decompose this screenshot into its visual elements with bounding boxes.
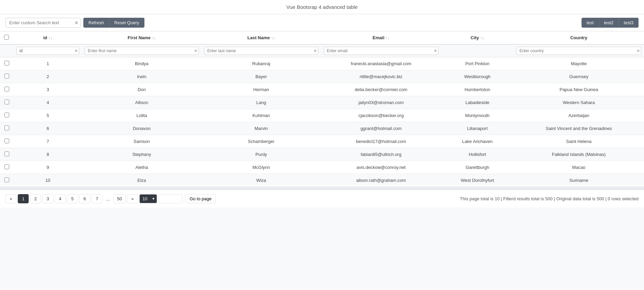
search-input[interactable] — [5, 18, 81, 28]
row-checkbox[interactable] — [4, 139, 9, 143]
row-email: delia.becker@cormier.com — [321, 83, 441, 96]
pagination-page-6[interactable]: 6 — [79, 194, 90, 203]
row-checkbox-cell — [0, 83, 14, 96]
row-first-name: Irwin — [82, 70, 201, 83]
table-row: 2 Irwin Bayer rlittle@macejkovic.biz Wes… — [0, 70, 644, 83]
row-id: 2 — [14, 70, 82, 83]
row-checkbox[interactable] — [4, 100, 9, 104]
row-checkbox[interactable] — [4, 126, 9, 130]
action-button-group: Refresh Reset Query — [83, 18, 144, 28]
row-checkbox-cell — [0, 70, 14, 83]
filter-email-clear[interactable]: ✕ — [434, 48, 437, 53]
row-city: Lake Arichaven — [441, 135, 514, 148]
row-checkbox[interactable] — [4, 74, 9, 78]
pagination-page-1[interactable]: 1 — [18, 194, 29, 203]
row-id: 6 — [14, 122, 82, 135]
table-row: 6 Donavon Marvin ggrant@hotmail.com Lili… — [0, 122, 644, 135]
pagination-page-5[interactable]: 5 — [67, 194, 78, 203]
row-country: Falkland Islands (Malvinas) — [514, 148, 644, 161]
row-checkbox[interactable] — [4, 87, 9, 91]
filter-country-clear[interactable]: ✕ — [636, 48, 640, 53]
data-table: id ↑↓ First Name ↑↓ Last Name ↑↓ — [0, 31, 644, 187]
pagination-page-3[interactable]: 3 — [42, 194, 53, 203]
col-label-city: City — [471, 35, 479, 40]
filter-id-input[interactable] — [16, 47, 79, 55]
col-label-last-name: Last Name — [248, 35, 270, 40]
col-header-first-name[interactable]: First Name ↑↓ — [82, 31, 201, 44]
filter-row: ✕ ✕ ✕ — [0, 44, 644, 57]
row-checkbox-cell — [0, 148, 14, 161]
row-checkbox-cell — [0, 109, 14, 122]
row-city: Port Pinkton — [441, 57, 514, 70]
row-checkbox[interactable] — [4, 61, 9, 66]
filter-last-name-clear[interactable]: ✕ — [313, 48, 317, 53]
row-id: 1 — [14, 57, 82, 70]
row-checkbox-cell — [0, 57, 14, 70]
row-checkbox[interactable] — [4, 151, 9, 156]
col-header-last-name[interactable]: Last Name ↑↓ — [201, 31, 321, 44]
row-first-name: Lolita — [82, 109, 201, 122]
row-checkbox[interactable] — [4, 113, 9, 117]
filter-id-cell: ✕ — [14, 44, 82, 57]
row-country: Mayotte — [514, 57, 644, 70]
filter-last-name-input[interactable] — [204, 47, 318, 55]
go-to-page-button[interactable]: Go to page — [185, 194, 216, 203]
pagination-bar: « 1 2 3 4 5 6 7 ... 50 » 10 25 50 100 ▼ … — [0, 190, 644, 207]
row-checkbox[interactable] — [4, 164, 9, 169]
pagination-prev[interactable]: « — [5, 194, 16, 203]
filter-email-input[interactable] — [324, 47, 438, 55]
table-body: 1 Bindya Rubanraj franecki.anastasia@gma… — [0, 57, 644, 187]
go-to-page-input[interactable] — [158, 194, 182, 203]
status-bar: This page total is 10 | Filterd results … — [460, 196, 639, 201]
row-country: Papua New Guinea — [514, 83, 644, 96]
col-header-country[interactable]: Country — [514, 31, 644, 44]
row-last-name: Schamberger — [201, 135, 321, 148]
row-city: Hollisfort — [441, 148, 514, 161]
sort-icon-last-name: ↑↓ — [271, 36, 275, 40]
row-email: benedict17@hotmail.com — [321, 135, 441, 148]
row-id: 8 — [14, 148, 82, 161]
select-all-checkbox[interactable] — [4, 35, 9, 40]
row-last-name: Purdy — [201, 148, 321, 161]
pagination-next[interactable]: » — [127, 194, 138, 203]
tab-test1[interactable]: test — [582, 18, 599, 28]
reset-query-button[interactable]: Reset Query — [109, 18, 144, 28]
row-last-name: McGlynn — [201, 161, 321, 174]
table-container: id ↑↓ First Name ↑↓ Last Name ↑↓ — [0, 31, 644, 187]
col-header-email[interactable]: Email ↑↓ — [321, 31, 441, 44]
sort-icon-id: ↑↓ — [48, 36, 52, 40]
row-country: Macao — [514, 161, 644, 174]
row-email: cjacobson@becker.org — [321, 109, 441, 122]
filter-country-input[interactable] — [516, 47, 641, 55]
filter-email-cell: ✕ — [321, 44, 441, 57]
table-row: 10 Elza Wiza alison.rath@graham.com West… — [0, 174, 644, 187]
col-header-id[interactable]: id ↑↓ — [14, 31, 82, 44]
row-city: Humbertoton — [441, 83, 514, 96]
row-last-name: Kuhlman — [201, 109, 321, 122]
tab-test3[interactable]: test3 — [619, 18, 639, 28]
pagination-page-4[interactable]: 4 — [55, 194, 66, 203]
row-id: 3 — [14, 83, 82, 96]
table-header-row: id ↑↓ First Name ↑↓ Last Name ↑↓ — [0, 31, 644, 44]
pagination-page-50[interactable]: 50 — [113, 194, 126, 203]
col-label-first-name: First Name — [128, 35, 151, 40]
filter-id-clear[interactable]: ✕ — [74, 48, 78, 53]
scrollbar[interactable] — [0, 187, 644, 190]
search-clear-button[interactable]: ✕ — [74, 20, 79, 25]
refresh-button[interactable]: Refresh — [83, 18, 109, 28]
pagination-page-2[interactable]: 2 — [30, 194, 41, 203]
col-label-id: id — [43, 35, 47, 40]
row-city: Garettburgh — [441, 161, 514, 174]
col-header-city[interactable]: City ↑↓ — [441, 31, 514, 44]
row-country: Azerbaijan — [514, 109, 644, 122]
filter-first-name-clear[interactable]: ✕ — [194, 48, 197, 53]
per-page-select[interactable]: 10 25 50 100 — [139, 194, 157, 203]
row-checkbox[interactable] — [4, 177, 9, 182]
col-label-email: Email — [373, 35, 384, 40]
table-row: 3 Don Herman delia.becker@cormier.com Hu… — [0, 83, 644, 96]
filter-first-name-input[interactable] — [85, 47, 199, 55]
row-id: 10 — [14, 174, 82, 187]
tab-test2[interactable]: test2 — [599, 18, 619, 28]
pagination-page-7[interactable]: 7 — [92, 194, 102, 203]
row-email: ggrant@hotmail.com — [321, 122, 441, 135]
